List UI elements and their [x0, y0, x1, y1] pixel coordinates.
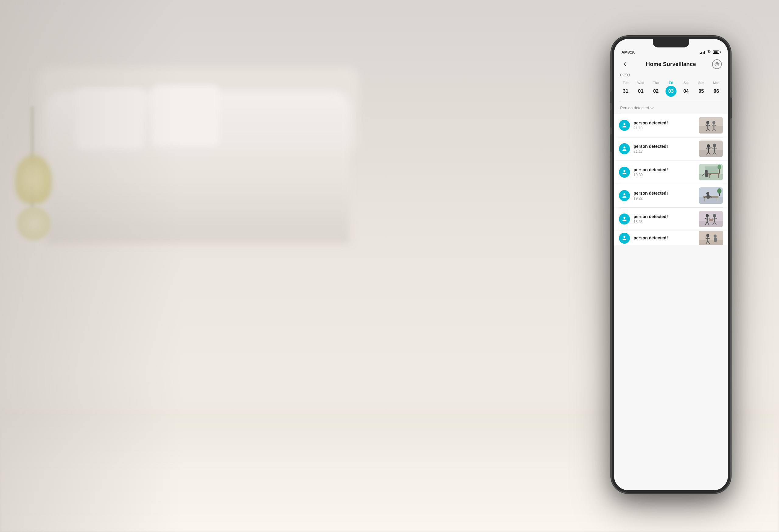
event-icon-1: [619, 120, 630, 131]
back-button[interactable]: [620, 59, 630, 69]
svg-point-70: [713, 214, 716, 217]
day-name-thu: Thu: [653, 81, 659, 84]
event-item-3[interactable]: person detected! 19:30: [614, 161, 728, 183]
event-thumb-3: [699, 164, 723, 180]
volume-up-button[interactable]: [610, 110, 612, 128]
svg-point-0: [716, 63, 718, 65]
day-num-03: 03: [665, 86, 676, 97]
svg-point-64: [706, 214, 709, 217]
svg-rect-51: [699, 197, 723, 204]
svg-point-61: [623, 217, 625, 219]
filter-row[interactable]: Person detected: [614, 102, 728, 114]
svg-rect-76: [709, 219, 713, 221]
wall-shadow: [0, 0, 183, 532]
person-detected-icon-3: [621, 169, 627, 175]
status-icons: [700, 50, 721, 55]
phone-screen: AM8:16: [614, 39, 728, 490]
event-info-2: person detected! 21:13: [634, 144, 696, 154]
calendar-day-fri03[interactable]: Fri 03: [664, 81, 678, 97]
mute-button[interactable]: [610, 91, 612, 104]
day-num-02: 02: [650, 86, 661, 97]
person-detected-icon-5: [621, 216, 627, 222]
thumb-scene-2: [699, 140, 723, 157]
person-detected-icon-4: [621, 193, 627, 199]
event-item-6-partial[interactable]: person detected!: [614, 231, 728, 245]
signal-bar-2: [701, 52, 702, 54]
thumb-scene-5: [699, 211, 723, 227]
event-icon-5: [619, 213, 630, 224]
calendar-strip: Tue 31 Wed 01 Thu 02 Fri 03: [614, 80, 728, 102]
volume-down-button[interactable]: [610, 134, 612, 152]
thumb-scene-4: [699, 187, 723, 204]
svg-point-36: [623, 170, 625, 172]
calendar-day-sun05[interactable]: Sun 05: [695, 81, 708, 97]
svg-point-9: [706, 121, 709, 124]
calendar-day-sat04[interactable]: Sat 04: [679, 81, 693, 97]
svg-point-1: [715, 62, 719, 66]
wifi-icon: [706, 50, 711, 55]
page-title: Home Surveillance: [646, 61, 696, 68]
event-title-1: person detected!: [634, 121, 696, 125]
event-item-5[interactable]: person detected! 18:58: [614, 208, 728, 230]
event-title-3: person detected!: [634, 167, 696, 172]
svg-point-77: [623, 236, 625, 238]
event-icon-2: [619, 143, 630, 154]
svg-point-80: [706, 234, 709, 237]
calendar-day-thu02[interactable]: Thu 02: [649, 81, 662, 97]
signal-bar-1: [700, 53, 701, 54]
event-title-5: person detected!: [634, 214, 696, 219]
event-title-2: person detected!: [634, 144, 696, 149]
phone-device: AM8:16: [612, 37, 730, 493]
day-num-06: 06: [711, 86, 722, 97]
event-item-4[interactable]: person detected! 19:22: [614, 184, 728, 207]
event-info-6: person detected!: [634, 236, 696, 241]
event-icon-4: [619, 190, 630, 201]
person-detected-icon-2: [621, 146, 627, 152]
settings-button[interactable]: [712, 59, 722, 69]
event-thumb-5: [699, 211, 723, 227]
calendar-day-wed01[interactable]: Wed 01: [634, 81, 648, 97]
settings-icon: [715, 62, 719, 67]
event-info-4: person detected! 19:22: [634, 191, 696, 200]
day-name-fri: Fri: [669, 81, 673, 84]
svg-rect-23: [699, 150, 723, 157]
day-num-01: 01: [636, 86, 646, 97]
event-icon-3: [619, 167, 630, 178]
person-detected-icon-6: [621, 235, 627, 241]
svg-point-47: [718, 164, 721, 170]
day-num-31: 31: [620, 86, 631, 97]
status-time: AM8:16: [621, 50, 636, 55]
event-item-1[interactable]: person detected! 21:19: [614, 114, 728, 137]
day-num-05: 05: [696, 86, 707, 97]
svg-point-6: [623, 123, 625, 125]
svg-point-15: [712, 121, 715, 124]
event-thumb-4: [699, 187, 723, 204]
svg-point-24: [707, 144, 710, 148]
power-button[interactable]: [730, 97, 732, 119]
thumb-scene-3: [699, 164, 723, 180]
calendar-day-mon06[interactable]: Mon 06: [710, 81, 723, 97]
date-label: 09/03: [614, 73, 728, 80]
event-thumb-6: [699, 231, 723, 245]
event-icon-6: [619, 233, 630, 244]
event-title-4: person detected!: [634, 191, 696, 196]
signal-bar-4: [704, 51, 705, 54]
signal-bar-3: [703, 52, 704, 54]
svg-point-59: [717, 188, 721, 194]
thumb-scene-1: [699, 117, 723, 134]
day-num-04: 04: [681, 86, 692, 97]
thumb-scene-6: [699, 231, 723, 245]
svg-rect-63: [699, 221, 723, 227]
back-chevron-icon: [624, 62, 628, 66]
event-thumb-2: [699, 140, 723, 157]
event-info-3: person detected! 19:30: [634, 167, 696, 177]
day-name-sun: Sun: [698, 81, 704, 84]
day-name-mon: Mon: [713, 81, 719, 84]
calendar-day-tue31[interactable]: Tue 31: [619, 81, 632, 97]
person-detected-icon-1: [621, 122, 627, 128]
svg-point-21: [623, 147, 625, 149]
notch: [653, 39, 689, 48]
svg-point-49: [623, 193, 625, 196]
event-item-2[interactable]: person detected! 21:13: [614, 137, 728, 160]
event-time-4: 19:22: [634, 196, 696, 200]
